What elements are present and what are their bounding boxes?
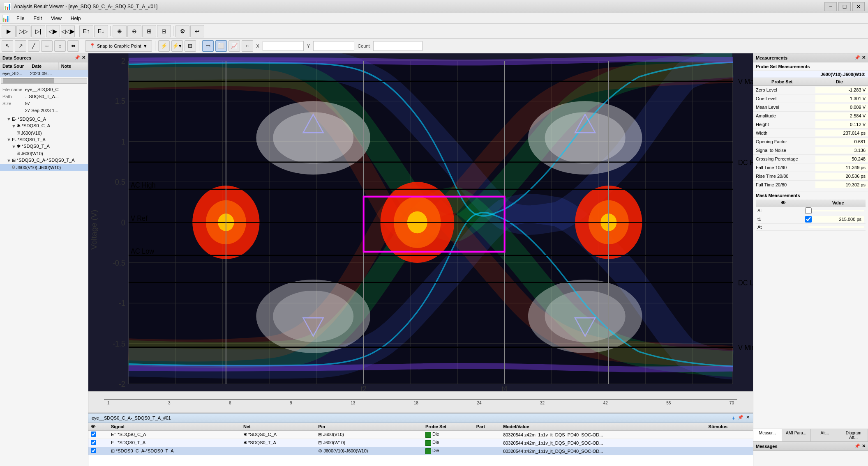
signal-row-2[interactable]: ⊞ *SDQS0_C_A-*SDQS0_T_A ⚙ J600(V10)-J600… [88, 447, 753, 455]
tb-undo-button[interactable]: ↩ [190, 25, 204, 37]
close-bottom-icon[interactable]: ✕ [746, 415, 750, 421]
menu-view[interactable]: View [47, 15, 66, 22]
tb-expand-button[interactable]: E↑ [79, 25, 93, 37]
tb-zoomout-button[interactable]: ⊖ [127, 25, 141, 37]
messages-pin-icon[interactable]: 📌 [854, 443, 860, 449]
tb-run4-button[interactable]: ◁▶ [46, 25, 60, 37]
horizontal-scrollbar[interactable] [1, 78, 87, 84]
sig-checkbox-2[interactable] [91, 448, 96, 453]
tree-item-label-7: J600(V10)-J600(W10) [16, 165, 61, 170]
mask-delta-t-checkbox[interactable] [805, 207, 812, 214]
messages-close-icon[interactable]: ✕ [862, 443, 866, 449]
meas-row-zero-level: Zero Level -1.283 V [753, 86, 868, 94]
bottom-panel-title: eye__SDQS0_C_A-_SDQS0_T_A_#01 [92, 415, 171, 420]
tb2-measure-button[interactable]: ⚡ [158, 40, 170, 52]
tb2-sep1 [82, 41, 82, 51]
close-button[interactable]: ✕ [852, 2, 865, 11]
meas-row-signal-noise: Signal to Noise 3.136 [753, 146, 868, 155]
restore-button[interactable]: □ [838, 2, 851, 11]
add-signal-button[interactable]: + [732, 415, 735, 421]
mask-measurements-header: Mask Measurements [756, 193, 866, 200]
mask-measurements-section: Mask Measurements 👁 Value Δt t1 215.000 … [753, 191, 868, 232]
col-part: Part [474, 423, 501, 431]
signal-row-0[interactable]: E⁻ *SDQS0_C_A ✱ *SDQS0_C_A ⊞ J600(V10) D… [88, 431, 753, 439]
tb2-rect-button[interactable]: ▭ [202, 40, 214, 52]
tb2-rect2-button[interactable]: ⬜ [215, 40, 227, 52]
sig-check-2[interactable] [88, 447, 108, 455]
tb-run5-button[interactable]: ◁◁▶ [61, 25, 75, 37]
tb-zoomfit2-button[interactable]: ⊟ [157, 25, 171, 37]
sig-part-0 [474, 431, 501, 439]
tree-item-7[interactable]: ⚙ J600(V10)-J600(W10) [0, 164, 88, 171]
ds-icon2[interactable]: ✕ [82, 55, 85, 60]
tree-item-1[interactable]: ▼ ✱ *SDQS0_C_A [0, 122, 88, 129]
tab-diagram-att[interactable]: Diagram Att... [839, 429, 868, 441]
tab-ami-para[interactable]: AMI Para... [782, 429, 811, 441]
tb-run2-button[interactable]: ▷▷ [16, 25, 30, 37]
meas-value-amplitude: 2.584 V [815, 112, 868, 119]
tb2-circle-button[interactable]: ○ [242, 40, 253, 52]
tree-expand-icon-4: ▼ [12, 144, 16, 149]
svg-text:0.6: 0.6 [688, 390, 697, 391]
sig-check-0[interactable] [88, 431, 108, 439]
ds-row-0[interactable]: eye_SD... 2023-09-... [0, 70, 88, 77]
mask-row-delta-t: Δt [756, 207, 866, 215]
meas-row-fall-10-90: Fall Time 10/90 11.349 ps [753, 163, 868, 172]
tb-run-button[interactable]: ▶ [2, 25, 16, 37]
scale-42: 42 [603, 401, 608, 405]
snap-to-graphic-point[interactable]: 📍 Snap to Graphic Point ▼ [85, 40, 152, 52]
ds-icon1[interactable]: 📌 [74, 55, 80, 60]
menu-icon: 📊 [2, 14, 10, 22]
tree-item-0[interactable]: ▼ E- *SDQS0_C_A [0, 116, 88, 122]
sig-checkbox-1[interactable] [91, 440, 96, 445]
tab-measur[interactable]: Measur... [753, 429, 782, 441]
title-bar-left: 📊 Analysis Result Viewer - [eye_SDQ S0_C… [3, 2, 157, 10]
meas-value-zero-level: -1.283 V [815, 87, 868, 93]
count-input[interactable] [373, 41, 422, 51]
x-input[interactable] [263, 41, 304, 51]
meas-row-mean-level: Mean Level 0.009 V [753, 103, 868, 112]
tb-settings-button[interactable]: ⚙ [175, 25, 189, 37]
tb-run3-button[interactable]: ▷| [31, 25, 45, 37]
meas-label-crossing: Crossing Percentage [753, 156, 815, 162]
pin-bottom-icon[interactable]: 📌 [738, 415, 743, 421]
sig-checkbox-0[interactable] [91, 432, 96, 437]
sig-check-1[interactable] [88, 439, 108, 447]
menu-edit[interactable]: Edit [29, 15, 46, 22]
tree-panel: ▼ E- *SDQS0_C_A ▼ ✱ *SDQS0_C_A ⊞ J600(V1… [0, 116, 88, 466]
y-input[interactable] [313, 41, 354, 51]
mask-t1-checkbox[interactable] [805, 216, 812, 223]
tb2-chart-button[interactable]: 📈 [229, 40, 240, 52]
tree-item-4[interactable]: ▼ ✱ *SDQS0_T_A [0, 143, 88, 150]
tb2-pointer-button[interactable]: ↖ [2, 40, 13, 52]
mask-at-label: At [757, 225, 808, 230]
tb-collapse-button[interactable]: E↓ [94, 25, 108, 37]
tb2-pointer2-button[interactable]: ↗ [15, 40, 26, 52]
tree-item-5[interactable]: ⊞ J600(W10) [0, 150, 88, 157]
signal-row-1[interactable]: E⁻ *SDQS0_T_A ✱ *SDQS0_T_A ⊞ J600(W10) D… [88, 439, 753, 447]
meas-close-icon[interactable]: ✕ [862, 55, 866, 60]
tree-item-3[interactable]: ▼ E- *SDQS0_T_A [0, 136, 88, 143]
sig-stimulus-1 [706, 439, 753, 447]
tb2-measure2-button[interactable]: ⚡▾ [171, 40, 183, 52]
tb-zoomfit-button[interactable]: ⊞ [142, 25, 156, 37]
tree-item-2[interactable]: ⊞ J600(V10) [0, 129, 88, 136]
tree-expand-icon-3: ▼ [7, 137, 11, 142]
scroll-thumb[interactable] [3, 78, 54, 83]
tb2-ruler2-button[interactable]: ↕ [54, 40, 66, 52]
menu-file[interactable]: File [12, 15, 28, 22]
svg-text:0.1: 0.1 [218, 390, 227, 391]
tb2-hline-button[interactable]: ⬌ [67, 40, 79, 52]
tb2-ruler-button[interactable]: ↔ [41, 40, 53, 52]
tb2-line-button[interactable]: ╱ [28, 40, 39, 52]
minimize-button[interactable]: − [824, 2, 837, 11]
tree-item-6[interactable]: ▼ ⊞ *SDQS0_C_A-*SDQS0_T_A [0, 157, 88, 164]
menu-help[interactable]: Help [67, 15, 85, 22]
tb-zoomin-button[interactable]: ⊕ [113, 25, 127, 37]
chart-container[interactable]: 2 1.5 1 0.5 0 -0.5 -1 -1.5 -2 Voltage (V… [88, 53, 753, 391]
meas-pin-icon[interactable]: 📌 [854, 55, 860, 60]
tab-att[interactable]: Att... [811, 429, 840, 441]
tb2-wave-button[interactable]: ⊞ [185, 40, 196, 52]
svg-text:V Ref: V Ref [131, 214, 148, 223]
tree-item-label-1: ✱ *SDQS0_C_A [17, 123, 50, 129]
